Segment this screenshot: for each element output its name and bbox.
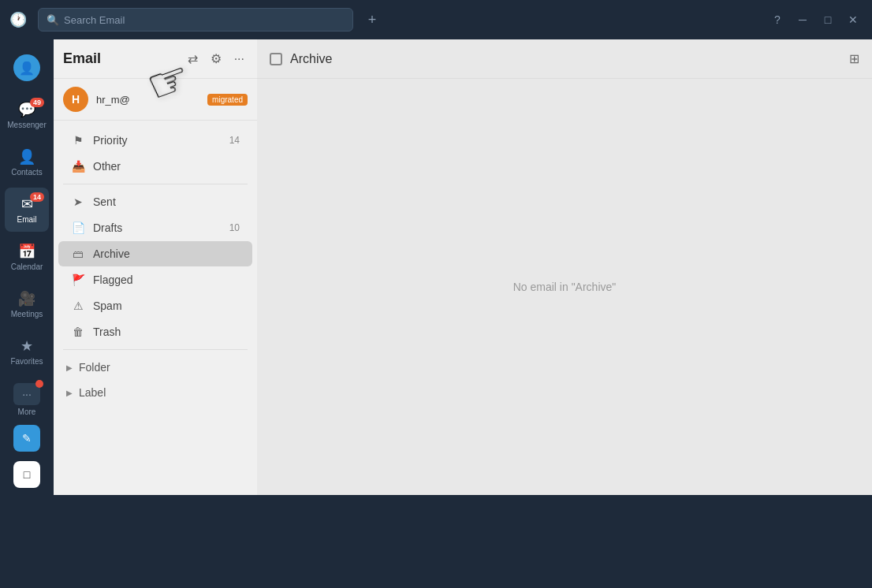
more-badge [35,380,43,388]
sidebar-section-label[interactable]: ▶ Label [54,380,257,405]
more-label: More [18,408,36,416]
folder-arrow-icon: ▶ [66,363,73,372]
archive-label: Archive [93,247,240,260]
main-header: Archive ⊞ [257,39,872,79]
sidebar-section-folder[interactable]: ▶ Folder [54,355,257,380]
more-options-icon[interactable]: ··· [231,49,248,69]
main-header-title: Archive [290,52,841,66]
sidebar-title: Email [63,50,178,67]
add-button[interactable]: + [361,9,383,31]
nav-item-messenger[interactable]: 49 💬 Messenger [5,93,49,137]
favorites-label: Favorites [10,357,43,366]
sidebar-header: Email ⇄ ⚙ ··· [54,39,257,79]
settings-icon[interactable]: ⚙ [207,48,225,69]
other-label: Other [93,160,240,173]
archive-checkbox[interactable] [270,53,282,65]
sidebar-item-other[interactable]: 📥 Other [58,154,252,179]
spam-icon: ⚠ [71,300,85,312]
nav-user-avatar[interactable]: 👤 [5,46,49,90]
priority-label: Priority [93,134,222,147]
account-avatar: H [63,87,88,112]
sent-icon: ➤ [71,195,85,208]
help-button[interactable]: ? [768,10,787,29]
nav-item-email[interactable]: 14 ✉ Email [5,188,49,232]
drafts-label: Drafts [93,221,222,234]
sidebar-item-drafts[interactable]: 📄 Drafts 10 [58,215,252,240]
sidebar-menu: ⚑ Priority 14 📥 Other ➤ Sent 📄 Drafts 10 [54,121,257,495]
nav-item-contacts[interactable]: 👤 Contacts [5,140,49,184]
divider-2 [63,349,248,350]
close-button[interactable]: ✕ [844,10,863,29]
user-avatar: 👤 [13,54,40,81]
account-row[interactable]: H hr_m@ migrated [54,79,257,121]
trash-icon: 🗑 [71,326,85,338]
history-button[interactable]: 🕐 [9,11,27,28]
nav-white-button[interactable]: □ [5,457,49,489]
nav-item-more[interactable]: ··· More [5,380,49,419]
calendar-label: Calendar [11,262,43,271]
window-controls: ? ─ □ ✕ [768,10,863,29]
search-icon: 🔍 [47,14,59,26]
folder-label: Folder [79,361,110,374]
priority-count: 14 [229,135,240,146]
sidebar-item-trash[interactable]: 🗑 Trash [58,319,252,344]
flagged-label: Flagged [93,274,240,286]
archive-icon: 🗃 [71,247,85,260]
messenger-label: Messenger [7,121,46,129]
spam-label: Spam [93,300,240,312]
split-view-icon[interactable]: ⊞ [849,51,859,66]
sidebar-item-sent[interactable]: ➤ Sent [58,189,252,214]
email-sidebar: Email ⇄ ⚙ ··· H hr_m@ migrated ⚑ Priorit… [54,39,257,495]
drafts-icon: 📄 [71,221,85,234]
secondary-button: □ [13,461,40,488]
sidebar-item-spam[interactable]: ⚠ Spam [58,293,252,318]
titlebar: 🕐 🔍 Search Email + ? ─ □ ✕ [0,0,872,39]
label-label: Label [79,386,106,399]
more-dots-box: ··· [13,383,40,405]
contacts-label: Contacts [11,168,42,177]
contacts-icon: 👤 [18,148,35,166]
email-badge: 14 [30,192,44,202]
main-content: Archive ⊞ No email in "Archive" [257,39,872,495]
favorites-icon: ★ [20,337,33,355]
migrated-badge: migrated [207,94,248,106]
nav-item-meetings[interactable]: 🎥 Meetings [5,282,49,326]
far-nav: 👤 49 💬 Messenger 👤 Contacts 14 ✉ Email 📅… [0,39,54,495]
account-email: hr_m@ [96,94,199,106]
calendar-icon: 📅 [18,243,35,260]
filter-icon[interactable]: ⇄ [184,48,201,69]
sidebar-item-priority[interactable]: ⚑ Priority 14 [58,128,252,153]
app-body: 👤 49 💬 Messenger 👤 Contacts 14 ✉ Email 📅… [0,39,872,495]
messenger-badge: 49 [30,98,44,107]
trash-label: Trash [93,326,240,338]
label-arrow-icon: ▶ [66,389,73,397]
minimize-button[interactable]: ─ [793,10,812,29]
sidebar-item-flagged[interactable]: 🚩 Flagged [58,267,252,292]
priority-icon: ⚑ [71,134,85,147]
search-placeholder: Search Email [64,14,125,26]
other-icon: 📥 [71,160,85,173]
sent-label: Sent [93,195,240,208]
empty-message: No email in "Archive" [513,281,617,293]
nav-compose-button[interactable]: ✎ [5,422,49,454]
meetings-icon: 🎥 [18,290,35,307]
sidebar-item-archive[interactable]: 🗃 Archive [58,241,252,266]
maximize-button[interactable]: □ [818,10,837,29]
more-icon: ··· [22,388,32,400]
compose-icon: ✎ [13,425,40,452]
email-label: Email [17,215,36,224]
drafts-count: 10 [229,222,240,233]
flagged-icon: 🚩 [71,274,85,286]
nav-item-calendar[interactable]: 📅 Calendar [5,235,49,279]
meetings-label: Meetings [11,310,43,318]
empty-state: No email in "Archive" [257,79,872,495]
divider-1 [63,184,248,184]
nav-item-favorites[interactable]: ★ Favorites [5,329,49,374]
search-bar[interactable]: 🔍 Search Email [38,8,353,32]
